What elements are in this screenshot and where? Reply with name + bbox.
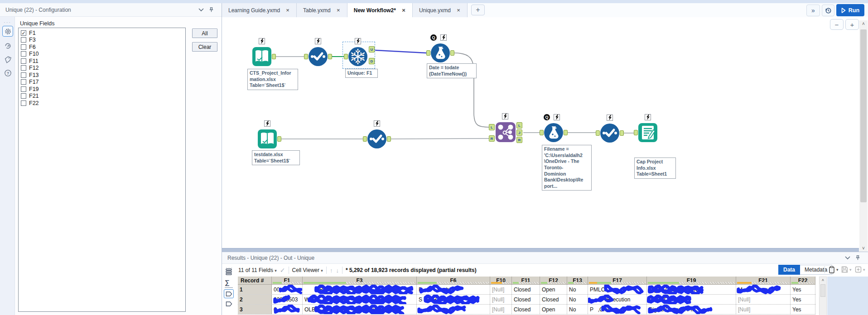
input-anchor[interactable] (426, 50, 430, 56)
annotation-formula2[interactable]: Filename = 'C:\Users\aldalh2 \OneDrive -… (542, 145, 592, 191)
clear-button[interactable]: Clear (192, 42, 217, 52)
data-cell[interactable]: [Null] (736, 305, 791, 314)
output-anchor[interactable] (620, 130, 624, 136)
input-anchor[interactable] (344, 54, 348, 59)
checkbox-unchecked[interactable] (21, 44, 26, 50)
column-header-f21[interactable]: F21 (736, 277, 791, 284)
unique-d-anchor[interactable]: D (369, 58, 375, 64)
pin-icon[interactable] (853, 253, 863, 263)
join-tool[interactable] (495, 122, 516, 143)
prev-arrow-icon[interactable]: ↑ (330, 267, 333, 274)
collapse-chevron-icon[interactable] (196, 5, 206, 15)
data-cell[interactable]: Open (540, 285, 567, 294)
input-anchor[interactable] (540, 130, 544, 135)
input-anchor[interactable] (596, 130, 600, 136)
annotation-input2[interactable]: testdate.xlsx Table=`Sheet1$` (252, 150, 300, 165)
select-tool[interactable] (367, 129, 387, 149)
run-button[interactable]: Run (836, 4, 864, 16)
input-anchor[interactable] (304, 54, 308, 59)
join-right-output-anchor[interactable]: R (516, 137, 522, 143)
data-cell[interactable]: Closed (512, 285, 540, 294)
output-anchor[interactable] (277, 136, 281, 142)
canvas-horizontal-scrollbar[interactable] (222, 248, 859, 252)
column-header-f10[interactable]: F10 (490, 277, 512, 284)
data-cell[interactable]: Broker 10.02 (SIAM (303, 285, 417, 294)
field-checkbox-item-F13[interactable]: F13 (19, 72, 184, 79)
data-cell[interactable]: Closed (512, 295, 540, 304)
column-header-record-[interactable]: Record # (238, 277, 272, 284)
checkbox-checked[interactable]: ✓ (21, 30, 26, 36)
input-data-tool[interactable] (252, 47, 272, 67)
data-cell[interactable]: Yes (791, 305, 815, 314)
data-cell[interactable]: [Null] (490, 285, 512, 294)
collapse-chevron-icon[interactable] (843, 253, 853, 263)
join-right-input-anchor[interactable]: R (489, 135, 495, 142)
checkbox-unchecked[interactable] (21, 72, 26, 78)
workflow-tab-unique-yxmd[interactable]: Unique.yxmd× (413, 3, 468, 17)
performance-profile-icon[interactable] (2, 40, 13, 51)
metadata-tab-button[interactable]: Metadata (800, 265, 832, 275)
fields-summary-dropdown[interactable]: 11 of 11 Fields ▾ (238, 267, 277, 273)
checkbox-unchecked[interactable] (21, 37, 26, 43)
workflow-tab-table-yxmd[interactable]: Table.yxmd× (297, 3, 347, 17)
data-cell[interactable]: No (567, 295, 588, 304)
all-button[interactable]: All (192, 29, 217, 38)
checkbox-unchecked[interactable] (21, 86, 26, 92)
data-cell[interactable]: Digital Channel PM (647, 305, 736, 314)
new-workflow-tab-button[interactable]: + (471, 5, 485, 15)
data-cell[interactable]: S en H (417, 295, 490, 304)
checkbox-unchecked[interactable] (21, 93, 26, 99)
data-cell[interactable]: WM ent (303, 295, 417, 304)
tag-icon[interactable] (2, 54, 13, 65)
data-cell[interactable]: /Execution (588, 295, 647, 304)
pin-icon[interactable] (206, 5, 216, 15)
output-anchor[interactable] (387, 136, 391, 142)
data-cell[interactable]: B Herb (417, 285, 490, 294)
column-header-f13[interactable]: F13 (567, 277, 588, 284)
formula-tool[interactable] (544, 123, 564, 143)
unique-u-anchor[interactable]: U (369, 46, 375, 52)
data-cell[interactable]: Open (540, 305, 567, 314)
table-row[interactable]: 30OLB oject[Null]ClosedOpenNoP ,ClosurDi… (238, 305, 815, 315)
join-join-output-anchor[interactable]: J (516, 129, 522, 136)
field-checkbox-item-F12[interactable]: F12 (19, 65, 184, 72)
copy-button[interactable]: ▾ (828, 266, 839, 274)
save-button[interactable]: ▾ (841, 266, 852, 273)
table-row[interactable]: 100 Broker 10.02 (SIAMB Herb[Null]Closed… (238, 285, 815, 295)
data-cell[interactable]: Closed (540, 295, 567, 304)
field-checkbox-item-F1[interactable]: ✓F1 (19, 29, 184, 37)
table-rows-icon[interactable] (225, 268, 232, 275)
canvas-vertical-scrollbar[interactable]: ˄ ˅ (859, 20, 868, 252)
workflow-tab-learning-guide-yxmd[interactable]: Learning Guide.yxmd× (222, 3, 297, 17)
data-cell[interactable]: 0 (272, 305, 303, 314)
field-checkbox-item-F21[interactable]: F21 (19, 93, 184, 100)
column-header-f22[interactable]: F22 (791, 277, 815, 284)
zoom-out-button[interactable]: − (830, 19, 844, 30)
close-icon[interactable]: × (400, 7, 407, 14)
cell-viewer-dropdown[interactable]: Cell Viewer ▾ (292, 267, 323, 273)
data-cell[interactable]: [Null] (736, 295, 791, 304)
data-cell[interactable]: 00000503 (272, 295, 303, 304)
checkbox-unchecked[interactable] (21, 51, 26, 57)
unique-fields-listbox[interactable]: ✓F1F3F6F10F11F12F13F17F19F21F22 (18, 28, 186, 312)
checkbox-unchecked[interactable] (21, 100, 26, 106)
column-header-f3[interactable]: F3 (303, 277, 417, 284)
output-anchor[interactable] (564, 130, 568, 135)
input-anchor[interactable] (634, 130, 638, 135)
field-checkbox-item-F19[interactable]: F19 (19, 86, 184, 93)
data-cell[interactable]: [Null] (490, 305, 512, 314)
unique-tool[interactable] (348, 47, 368, 67)
data-cell[interactable]: PMLC/ (588, 285, 647, 294)
checkbox-unchecked[interactable] (21, 65, 26, 71)
scrollbar-thumb[interactable] (860, 29, 867, 202)
field-checkbox-item-F22[interactable]: F22 (19, 100, 184, 107)
annotation-output[interactable]: Cap Project Info.xlsx Table=Sheet1 (634, 158, 676, 179)
select-tool[interactable] (308, 47, 328, 67)
scroll-up-icon[interactable]: ˄ (820, 278, 826, 282)
record-number-cell[interactable]: 3 (238, 305, 272, 314)
scroll-up-icon[interactable]: ˄ (859, 20, 868, 27)
checkbox-unchecked[interactable] (21, 79, 26, 85)
field-checkbox-item-F6[interactable]: F6 (19, 43, 184, 51)
toolbar-overflow-button[interactable]: » (806, 5, 820, 16)
scrollbar-thumb[interactable] (820, 284, 825, 297)
